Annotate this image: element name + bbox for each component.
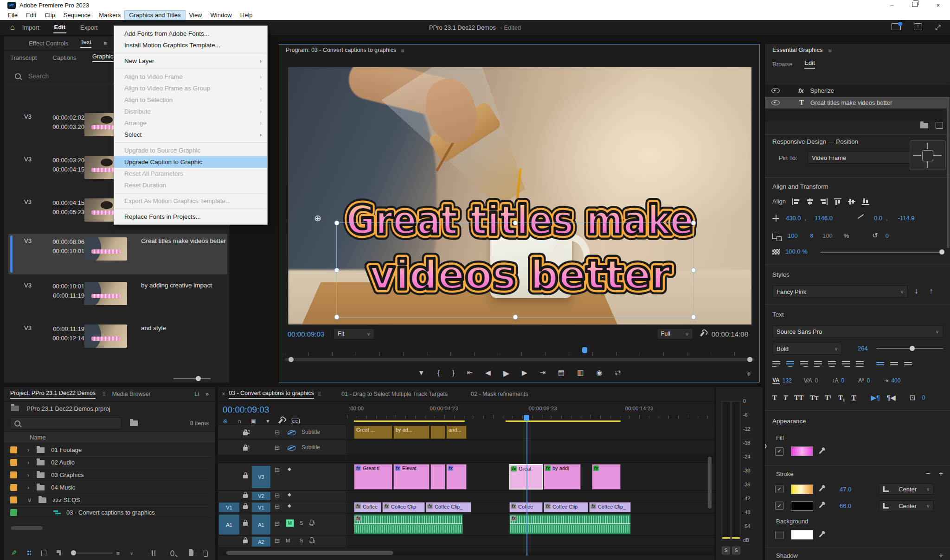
panel-menu-icon[interactable]: ≡	[102, 391, 105, 397]
menu-item-upgrade-caption-to-graphic[interactable]: Upgrade Caption to Graphic	[114, 156, 267, 168]
share-icon[interactable]: ↑	[914, 23, 922, 30]
project-h-scrollbar[interactable]	[11, 526, 43, 530]
ltr-paragraph-button[interactable]: ▶¶	[871, 394, 880, 402]
tab-export[interactable]: Export	[79, 22, 99, 33]
solo-right-button[interactable]: S	[732, 547, 740, 554]
track-sync-icon[interactable]: ⊟	[275, 503, 280, 510]
caption-list-item-selected[interactable]: V3 00:00:08:0600:00:10:01 Great titles m…	[8, 234, 227, 274]
go-to-out-button[interactable]: ⇥	[540, 369, 546, 378]
bin-name[interactable]: 02 Audio	[51, 459, 75, 466]
track-badge-a1[interactable]: A1	[252, 515, 270, 535]
subtab-graphics[interactable]: Graphics	[92, 53, 116, 62]
snap-magnet-icon[interactable]: ∩	[237, 418, 241, 425]
align-right-button[interactable]	[820, 198, 828, 205]
project-up-icon[interactable]	[11, 406, 19, 411]
bin-name[interactable]: zzz SEQS	[53, 496, 80, 503]
play-button[interactable]: ▶	[503, 369, 509, 378]
track-sync-icon[interactable]: ⊟	[275, 492, 280, 499]
handle-bottom-center[interactable]	[513, 315, 518, 320]
panel-menu-icon[interactable]: ≡	[318, 391, 321, 397]
align-top-button[interactable]	[834, 198, 841, 205]
kerning-value[interactable]: 0	[815, 377, 818, 384]
link-scale-icon[interactable]: ∞	[809, 233, 815, 237]
anchor-y-value[interactable]: -114.9	[898, 215, 915, 222]
menu-item-replace-fonts[interactable]: Replace Fonts in Projects...	[114, 211, 267, 223]
lift-button[interactable]: ▤	[558, 369, 565, 378]
program-timecode[interactable]: 00:00:09:03	[288, 330, 324, 338]
twirl-icon-expanded[interactable]: ∨	[27, 496, 32, 503]
eg-scrollbar[interactable]	[947, 100, 950, 248]
track-output-eye-icon[interactable]	[288, 445, 296, 451]
audio-clip[interactable]: fx	[509, 514, 631, 535]
new-group-icon[interactable]	[920, 123, 928, 128]
new-item-icon[interactable]	[204, 550, 208, 557]
bin-row-footage[interactable]: › 01 Footage	[10, 444, 210, 457]
scale-height-value[interactable]: 100	[822, 232, 833, 239]
program-video-frame[interactable]: Great titles make Great titles make Grea…	[288, 67, 751, 325]
tab-edit[interactable]: Edit	[53, 22, 67, 33]
handle-mid-left[interactable]	[334, 267, 339, 273]
timeline-playhead-head[interactable]	[524, 415, 529, 421]
graphic-clip[interactable]: fxby addi	[544, 464, 581, 490]
subtab-transcript[interactable]: Transcript	[10, 54, 37, 61]
mark-out-button[interactable]: }	[452, 369, 455, 378]
small-caps-button[interactable]: TT	[810, 394, 818, 402]
thumbnail-zoom-slider[interactable]	[71, 550, 94, 556]
label-color-chip[interactable]	[10, 496, 17, 503]
handle-bottom-right[interactable]	[691, 315, 696, 320]
track-badge-v1[interactable]: V1	[252, 503, 270, 512]
label-color-chip[interactable]	[10, 471, 17, 478]
home-icon[interactable]: ⌂	[10, 23, 15, 32]
timeline-h-scroll-thumb[interactable]	[226, 551, 393, 555]
panel-menu-icon[interactable]: ≡	[828, 47, 832, 54]
timeline-tab-3[interactable]: 02 - Mask refinements	[471, 391, 528, 397]
mark-in-button[interactable]: {	[437, 369, 440, 378]
project-search-box[interactable]	[10, 417, 122, 429]
timeline-ruler[interactable]: :00:00 00:00:04:23 00:00:09:23 00:00:14:…	[347, 405, 714, 424]
add-stroke-icon[interactable]: +	[939, 470, 943, 478]
menu-window[interactable]: Window	[206, 11, 236, 19]
stroke1-join-dropdown[interactable]: Center∨	[879, 484, 934, 495]
bin-row-music[interactable]: › 04 Music	[10, 481, 210, 494]
linked-selection-icon[interactable]: ▣	[250, 418, 256, 425]
align-center-v-button[interactable]	[848, 198, 855, 205]
faux-bold-button[interactable]: T	[772, 394, 777, 402]
workspaces-icon[interactable]	[892, 23, 901, 30]
fullscreen-icon[interactable]: ⤢	[935, 23, 941, 32]
justify-last-right-button[interactable]	[842, 361, 850, 367]
caption-clip[interactable]: by ad...	[393, 426, 430, 439]
settings-wrench-icon[interactable]	[700, 331, 705, 337]
subscript-button[interactable]: T₁	[838, 394, 845, 402]
vertical-top-align-button[interactable]	[876, 362, 884, 366]
automate-icon[interactable]	[152, 550, 155, 556]
add-button[interactable]: +	[747, 370, 751, 378]
fill-checkbox[interactable]: ✓	[775, 447, 783, 456]
visibility-eye-icon[interactable]	[771, 88, 780, 93]
stroke1-eyedropper-icon[interactable]	[819, 487, 823, 492]
freeform-view-button[interactable]	[57, 550, 61, 556]
tracking-value[interactable]: 132	[783, 377, 792, 384]
solo-button[interactable]: S	[300, 520, 303, 526]
extract-button[interactable]: ▥	[577, 369, 584, 378]
vertical-bottom-align-button[interactable]	[904, 362, 912, 366]
track-sync-icon[interactable]: ⊟	[275, 444, 280, 451]
sequence-row[interactable]: 03 - Convert captions to graphics	[10, 506, 210, 519]
menu-markers[interactable]: Markers	[95, 11, 125, 19]
track-lock-icon[interactable]	[243, 475, 248, 478]
stroke1-color-swatch[interactable]	[791, 484, 813, 494]
sequence-name[interactable]: 03 - Convert captions to graphics	[66, 509, 155, 516]
bin-row-seqs[interactable]: ∨ zzz SEQS	[10, 494, 210, 507]
label-color-chip[interactable]	[10, 459, 17, 466]
playback-resolution-dropdown[interactable]: Full∨	[657, 328, 693, 339]
tab-libraries[interactable]: Li	[194, 391, 199, 397]
visibility-eye-icon[interactable]	[771, 100, 780, 105]
track-sync-icon[interactable]: ⊟	[275, 466, 280, 473]
program-playhead[interactable]	[582, 347, 587, 353]
caption-list-item[interactable]: V3 00:00:11:1900:00:12:14 and style	[8, 321, 227, 362]
menu-item-install-mogrt[interactable]: Install Motion Graphics Template...	[114, 39, 267, 51]
menu-help[interactable]: Help	[236, 11, 257, 19]
stroke1-width-value[interactable]: 47.0	[840, 486, 851, 493]
timeline-tab-2[interactable]: 01 - Drag to Select Multiple Track Targe…	[341, 391, 448, 397]
new-bin-icon[interactable]	[189, 550, 193, 556]
icon-view-button[interactable]	[41, 550, 46, 556]
